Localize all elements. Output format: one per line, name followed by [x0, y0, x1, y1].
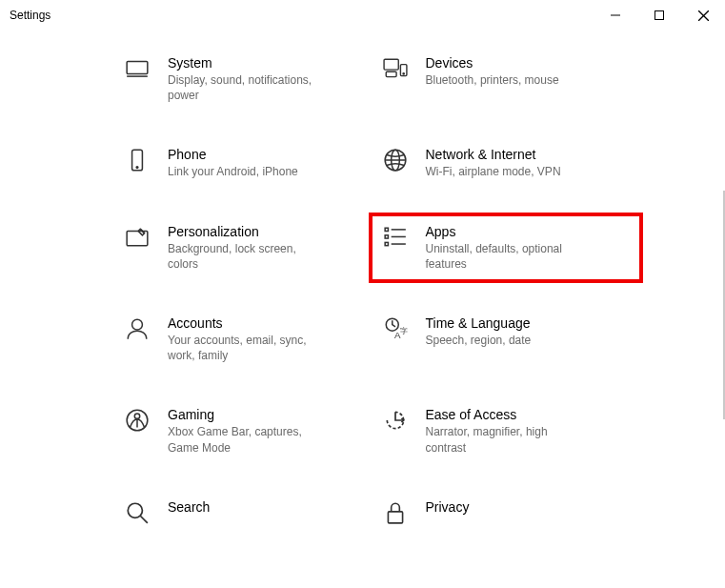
- window-controls: [594, 0, 725, 30]
- accounts-icon: [124, 315, 151, 342]
- svg-point-29: [128, 503, 142, 517]
- devices-icon: [382, 55, 409, 82]
- tile-desc: Link your Android, iPhone: [168, 164, 298, 179]
- tile-desc: Display, sound, notifications, power: [168, 72, 330, 103]
- tile-title: Search: [168, 499, 210, 515]
- tile-title: Phone: [168, 147, 298, 162]
- svg-point-8: [403, 73, 404, 74]
- tile-desc: Wi-Fi, airplane mode, VPN: [426, 164, 561, 179]
- svg-rect-1: [655, 11, 664, 20]
- close-button[interactable]: [681, 0, 725, 30]
- tile-apps[interactable]: Apps Uninstall, defaults, optional featu…: [369, 213, 644, 283]
- personalization-icon: [124, 224, 151, 251]
- tile-desc: Xbox Game Bar, captures, Game Mode: [168, 424, 330, 455]
- lock-icon: [382, 499, 409, 526]
- tile-desc: Bluetooth, printers, mouse: [426, 72, 559, 88]
- apps-icon: [382, 224, 409, 251]
- svg-rect-6: [384, 59, 398, 70]
- svg-point-11: [136, 167, 138, 169]
- tile-desc: Your accounts, email, sync, work, family: [168, 333, 330, 363]
- tile-time-language[interactable]: A字 Time & Language Speech, region, date: [382, 315, 631, 363]
- svg-rect-9: [386, 71, 396, 76]
- tile-title: Network & Internet: [426, 147, 561, 162]
- tile-title: Privacy: [426, 499, 470, 515]
- tile-personalization[interactable]: Personalization Background, lock screen,…: [124, 224, 373, 272]
- phone-icon: [124, 147, 151, 173]
- svg-rect-18: [385, 242, 388, 245]
- tile-desc: Speech, region, date: [426, 333, 532, 348]
- settings-grid: System Display, sound, notifications, po…: [0, 30, 725, 526]
- tile-ease-of-access[interactable]: Ease of Access Narrator, magnifier, high…: [382, 407, 631, 455]
- tile-title: Ease of Access: [426, 407, 588, 422]
- tile-title: Gaming: [168, 407, 330, 422]
- tile-network[interactable]: Network & Internet Wi-Fi, airplane mode,…: [382, 147, 631, 179]
- tile-devices[interactable]: Devices Bluetooth, printers, mouse: [382, 55, 631, 103]
- ease-of-access-icon: [382, 407, 409, 434]
- tile-search[interactable]: Search: [124, 499, 373, 526]
- minimize-button[interactable]: [594, 0, 637, 30]
- tile-desc: Uninstall, defaults, optional features: [426, 241, 588, 272]
- maximize-button[interactable]: [637, 0, 681, 30]
- svg-text:字: 字: [400, 327, 408, 335]
- tile-desc: Narrator, magnifier, high contrast: [426, 424, 588, 455]
- gaming-icon: [124, 407, 151, 434]
- tile-privacy[interactable]: Privacy: [382, 499, 631, 526]
- svg-rect-16: [385, 228, 388, 231]
- window-title: Settings: [10, 9, 50, 22]
- svg-point-27: [134, 414, 139, 418]
- tile-phone[interactable]: Phone Link your Android, iPhone: [124, 147, 373, 179]
- svg-rect-31: [388, 512, 402, 523]
- tile-title: Accounts: [168, 315, 330, 331]
- globe-icon: [382, 147, 409, 173]
- tile-title: Apps: [426, 224, 588, 239]
- system-icon: [124, 55, 151, 82]
- tile-gaming[interactable]: Gaming Xbox Game Bar, captures, Game Mod…: [124, 407, 373, 455]
- titlebar: Settings: [0, 0, 725, 30]
- svg-point-22: [132, 319, 143, 330]
- tile-accounts[interactable]: Accounts Your accounts, email, sync, wor…: [124, 315, 373, 363]
- time-language-icon: A字: [382, 315, 409, 342]
- svg-rect-17: [385, 234, 388, 237]
- tile-title: Personalization: [168, 224, 330, 239]
- tile-system[interactable]: System Display, sound, notifications, po…: [124, 55, 373, 103]
- svg-line-30: [140, 516, 148, 523]
- tile-title: Devices: [426, 55, 559, 71]
- tile-desc: Background, lock screen, colors: [168, 241, 330, 272]
- tile-title: System: [168, 55, 330, 71]
- tile-title: Time & Language: [426, 315, 532, 331]
- svg-rect-4: [127, 61, 148, 73]
- search-icon: [124, 499, 151, 526]
